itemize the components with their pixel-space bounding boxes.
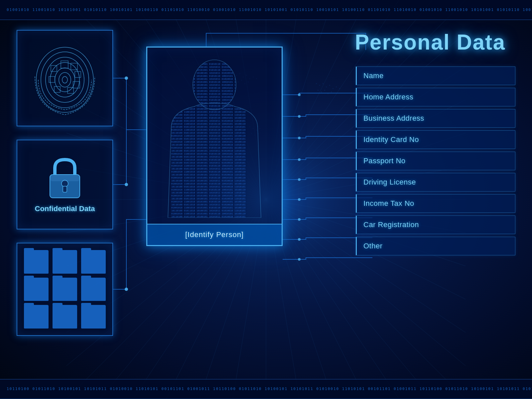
file-icon-3	[81, 250, 106, 274]
svg-point-118	[55, 68, 75, 92]
svg-rect-124	[61, 61, 68, 68]
field-car-registration[interactable]: Car Registration	[356, 215, 515, 234]
field-name[interactable]: Name	[356, 66, 515, 85]
field-home-address[interactable]: Home Address	[356, 88, 515, 106]
confidential-label: Confidential Data	[35, 204, 95, 213]
main-content: Personal Data	[0, 0, 532, 399]
file-icon-6	[81, 278, 106, 301]
identify-bar: [Identify Person]	[147, 224, 282, 245]
svg-point-120	[46, 57, 84, 102]
person-figure: 01001010 11001010 10101001 01010110 1001…	[151, 51, 278, 222]
field-business-address[interactable]: Business Address	[356, 109, 515, 128]
fingerprint-icon	[32, 38, 98, 118]
person-silhouette-svg: 01001010 11001010 10101001 01010110 1001…	[151, 55, 278, 218]
lock-icon	[45, 156, 85, 200]
binary-text-top: 01001010 11001010 10101001 01010110 1001…	[0, 7, 532, 12]
person-card: 01001010 11001010 10101001 01010110 1001…	[146, 47, 283, 246]
svg-rect-128	[67, 87, 73, 93]
file-icon-1	[24, 250, 49, 274]
binary-strip-bottom: 10110100 01011010 10100101 10101011 0101…	[0, 379, 532, 399]
file-icon-2	[53, 250, 77, 274]
file-icon-9	[81, 305, 106, 329]
file-icon-8	[53, 305, 77, 329]
binary-strip-top: 01001010 11001010 10101001 01010110 1001…	[0, 0, 532, 20]
svg-point-121	[41, 52, 89, 108]
files-panel	[17, 243, 113, 336]
field-identity-card-no[interactable]: Identity Card No	[356, 130, 515, 149]
binary-text-bottom: 10110100 01011010 10100101 10101011 0101…	[0, 386, 532, 391]
confidential-panel: Confidential Data	[17, 140, 113, 229]
svg-rect-133	[63, 186, 67, 192]
file-icon-5	[53, 278, 77, 301]
file-icon-7	[24, 305, 49, 329]
svg-rect-130	[49, 76, 55, 82]
field-income-tax-no[interactable]: Income Tax No	[356, 194, 515, 213]
svg-rect-126	[75, 71, 81, 77]
fingerprint-panel	[17, 30, 113, 126]
field-passport-no[interactable]: Passport No	[356, 152, 515, 170]
svg-point-117	[59, 72, 71, 87]
svg-text:01001010 11001010 10101001 010: 01001010 11001010 10101001 01010110 1001…	[171, 63, 247, 218]
page-title: Personal Data	[355, 30, 505, 55]
svg-point-116	[62, 76, 67, 83]
data-fields-panel: Name Home Address Business Address Ident…	[356, 66, 515, 255]
svg-rect-134	[50, 175, 80, 181]
file-icon-4	[24, 278, 49, 301]
field-driving-license[interactable]: Driving License	[356, 173, 515, 192]
field-other[interactable]: Other	[356, 237, 515, 255]
